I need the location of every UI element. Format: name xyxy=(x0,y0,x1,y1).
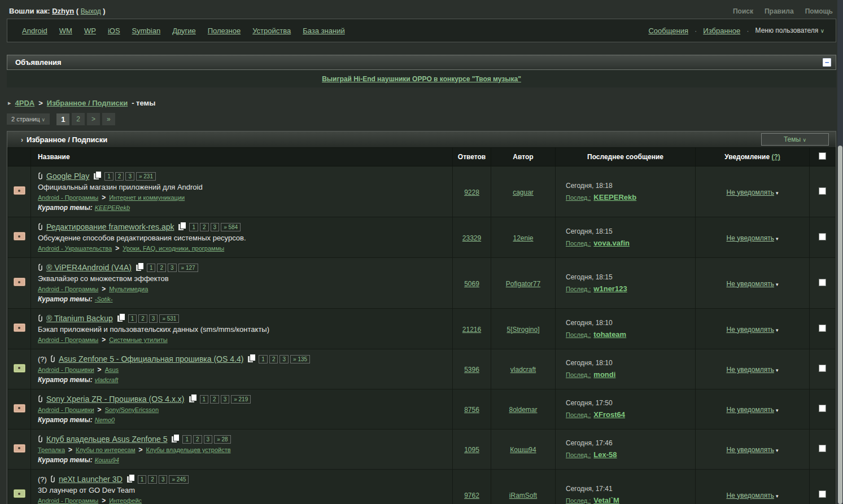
last-post-user-link[interactable]: KEEPERekb xyxy=(593,193,636,201)
category-link[interactable]: Android - Программы xyxy=(38,194,98,201)
page-jump-button[interactable]: 2 xyxy=(193,435,202,444)
category-link[interactable]: Android - Программы xyxy=(38,286,98,292)
topic-title-link[interactable]: Sony Xperia ZR - Прошивка (OS 4.x.x) xyxy=(46,395,185,404)
category-link[interactable]: Клубы владельцев устройств xyxy=(146,446,231,453)
notify-dropdown[interactable]: Не уведомлять xyxy=(726,446,774,454)
category-link[interactable]: Трепалка xyxy=(38,446,65,453)
topic-author-link[interactable]: Pofigator77 xyxy=(506,280,540,288)
last-post-user-link[interactable]: tohateam xyxy=(593,330,626,339)
category-link[interactable]: Asus xyxy=(105,366,119,373)
last-post-user-link[interactable]: vova.vafin xyxy=(593,239,630,247)
curator-link[interactable]: vladcraft xyxy=(95,376,119,383)
notify-dropdown[interactable]: Не уведомлять xyxy=(726,366,774,374)
page-jump-button[interactable]: 3 xyxy=(221,395,230,404)
page-jump-button[interactable]: 3 xyxy=(159,475,168,484)
nav-wp[interactable]: WP xyxy=(84,27,96,35)
category-link[interactable]: Системные утилиты xyxy=(109,336,168,343)
pages-dropdown[interactable]: 2 страниц ∨ xyxy=(7,113,50,125)
category-link[interactable]: Интернет и коммуникации xyxy=(109,194,185,201)
user-menu-dropdown[interactable]: Меню пользователя ∨ xyxy=(755,27,824,34)
notify-dropdown[interactable]: Не уведомлять xyxy=(726,234,774,242)
page-jump-button[interactable]: 3 xyxy=(204,435,213,444)
collapse-icon[interactable]: − xyxy=(823,58,831,67)
last-pages-button[interactable]: » 127 xyxy=(178,264,198,272)
last-post-link[interactable]: Послед.: xyxy=(566,240,591,247)
topic-author-link[interactable]: caguar xyxy=(513,189,534,196)
rules-link[interactable]: Правила xyxy=(765,7,794,15)
last-post-link[interactable]: Послед.: xyxy=(566,411,591,418)
nav-other[interactable]: Другие xyxy=(172,27,196,35)
last-pages-button[interactable]: » 231 xyxy=(136,172,156,181)
page-jump-button[interactable]: 3 xyxy=(125,172,134,181)
topic-author-link[interactable]: vladcraft xyxy=(510,366,536,374)
category-link[interactable]: Android - Программы xyxy=(38,497,98,504)
category-link[interactable]: Android - Программы xyxy=(38,336,98,343)
page-jump-button[interactable]: 1 xyxy=(147,264,156,272)
topic-author-link[interactable]: 8oldemar xyxy=(509,406,537,414)
last-post-link[interactable]: Послед.: xyxy=(566,286,591,292)
page-jump-button[interactable]: 1 xyxy=(104,172,113,181)
replies-count-link[interactable]: 5396 xyxy=(464,366,479,374)
nav-useful[interactable]: Полезное xyxy=(208,27,241,35)
current-user-link[interactable]: Dzhyn xyxy=(52,7,74,15)
category-link[interactable]: Уроки, FAQ, исходники, программы xyxy=(123,245,224,252)
last-post-link[interactable]: Послед.: xyxy=(566,371,591,378)
topic-title-link[interactable]: ® ViPER4Android (V4A) xyxy=(46,263,132,272)
replies-count-link[interactable]: 21216 xyxy=(462,326,481,334)
nav-knowledge-base[interactable]: База знаний xyxy=(303,27,345,35)
last-post-link[interactable]: Послед.: xyxy=(566,194,591,201)
notify-dropdown[interactable]: Не уведомлять xyxy=(726,492,774,499)
page-jump-button[interactable]: 1 xyxy=(189,223,198,231)
topic-author-link[interactable]: 12enie xyxy=(513,234,533,242)
select-all-checkbox[interactable] xyxy=(819,152,826,160)
replies-count-link[interactable]: 9228 xyxy=(464,189,479,196)
nav-devices[interactable]: Устройства xyxy=(252,27,291,35)
category-link[interactable]: Android - Прошивки xyxy=(38,366,94,373)
last-post-user-link[interactable]: w1ner123 xyxy=(593,284,627,293)
category-link[interactable]: Android - Прошивки xyxy=(38,406,94,413)
last-pages-button[interactable]: » 28 xyxy=(214,435,230,444)
topic-title-link[interactable]: neXt Launcher 3D xyxy=(59,475,123,484)
category-link[interactable]: Интерфейс xyxy=(109,497,142,504)
notify-help-link[interactable]: (?) xyxy=(772,153,780,161)
last-pages-button[interactable]: » 135 xyxy=(290,355,310,363)
nav-symbian[interactable]: Symbian xyxy=(132,27,161,35)
category-link[interactable]: Мультимедиа xyxy=(109,286,148,292)
topic-title-link[interactable]: ® Titanium Backup xyxy=(46,314,113,323)
topic-title-link[interactable]: Клуб владельцев Asus Zenfone 5 xyxy=(46,435,167,444)
page-jump-button[interactable]: 2 xyxy=(157,264,166,272)
last-post-link[interactable]: Послед.: xyxy=(566,497,591,504)
help-link[interactable]: Помощь xyxy=(805,7,833,15)
category-link[interactable]: Android - Украшательства xyxy=(38,245,112,252)
nav-ios[interactable]: iOS xyxy=(108,27,120,35)
notify-dropdown[interactable]: Не уведомлять xyxy=(726,189,774,196)
curator-link[interactable]: Nemo0 xyxy=(95,417,115,423)
page-jump-button[interactable]: 2 xyxy=(115,172,124,181)
page-jump-button[interactable]: 1 xyxy=(128,314,137,323)
curator-link[interactable]: Кошш94 xyxy=(95,457,119,463)
page-jump-button[interactable]: 2 xyxy=(210,395,219,404)
notify-dropdown[interactable]: Не уведомлять xyxy=(726,280,774,288)
topic-author-link[interactable]: iRamSoft xyxy=(509,492,537,499)
replies-count-link[interactable]: 23329 xyxy=(462,234,481,242)
last-pages-button[interactable]: » 245 xyxy=(169,475,189,484)
category-link[interactable]: Sony/SonyEricsson xyxy=(105,406,159,413)
page-jump-button[interactable]: 2 xyxy=(200,223,209,231)
page-jump-button[interactable]: 3 xyxy=(211,223,220,231)
replies-count-link[interactable]: 1095 xyxy=(464,446,479,454)
last-pages-button[interactable]: » 584 xyxy=(221,223,241,231)
topic-checkbox[interactable] xyxy=(819,405,826,412)
messages-link[interactable]: Сообщения xyxy=(648,27,688,35)
topic-checkbox[interactable] xyxy=(819,365,826,372)
topic-title-link[interactable]: Редактирование framework-res.apk xyxy=(46,222,174,231)
notify-dropdown[interactable]: Не уведомлять xyxy=(726,326,774,334)
topics-filter-dropdown[interactable]: Темы ∨ xyxy=(761,133,829,146)
topic-checkbox[interactable] xyxy=(819,279,826,286)
page-jump-button[interactable]: 2 xyxy=(148,475,157,484)
last-post-link[interactable]: Послед.: xyxy=(566,452,591,458)
topic-checkbox[interactable] xyxy=(819,445,826,452)
curator-link[interactable]: -Sotik- xyxy=(95,296,113,303)
last-page-button[interactable]: » xyxy=(102,113,115,125)
page-jump-button[interactable]: 2 xyxy=(269,355,278,363)
category-link[interactable]: Клубы по интересам xyxy=(76,446,136,453)
